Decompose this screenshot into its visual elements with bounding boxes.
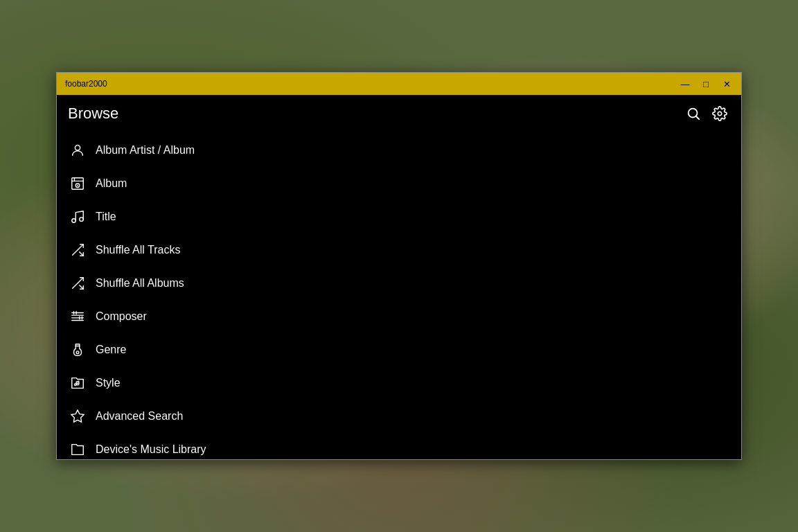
menu-item-style[interactable]: Style (57, 366, 741, 400)
maximize-button[interactable]: □ (697, 77, 715, 91)
menu-label-genre: Genre (96, 344, 126, 356)
menu-item-advanced-search[interactable]: Advanced Search (57, 400, 741, 433)
svg-point-2 (718, 112, 722, 116)
browse-header: Browse (57, 95, 741, 131)
menu-item-shuffle-tracks[interactable]: Shuffle All Tracks (57, 233, 741, 267)
svg-point-10 (80, 218, 84, 222)
menu-item-shuffle-albums[interactable]: Shuffle All Albums (57, 267, 741, 300)
svg-marker-27 (71, 410, 84, 422)
menu-item-title[interactable]: Title (57, 200, 741, 233)
folder-icon (68, 440, 87, 459)
menu-label-composer: Composer (96, 310, 147, 323)
menu-label-advanced-search: Advanced Search (96, 410, 183, 423)
composer-icon (68, 307, 87, 326)
svg-point-9 (72, 219, 76, 223)
browse-title: Browse (68, 105, 118, 123)
app-window: foobar2000 — □ ✕ Browse (56, 72, 742, 460)
menu-item-album[interactable]: Album (57, 167, 741, 200)
menu-label-shuffle-tracks: Shuffle All Tracks (96, 244, 180, 256)
search-button[interactable] (683, 103, 704, 124)
menu-item-composer[interactable]: Composer (57, 300, 741, 333)
main-content: Browse (57, 95, 741, 459)
title-bar: foobar2000 — □ ✕ (57, 73, 741, 95)
header-actions (683, 103, 730, 124)
menu-label-album-artist: Album Artist / Album (96, 144, 195, 157)
close-button[interactable]: ✕ (718, 77, 736, 91)
guitar-icon (68, 340, 87, 360)
minimize-button[interactable]: — (676, 77, 694, 91)
shuffle-albums-icon (68, 274, 87, 293)
person-icon (68, 141, 87, 160)
shuffle-tracks-icon (68, 240, 87, 260)
menu-label-device-library: Device's Music Library (96, 443, 206, 456)
app-title: foobar2000 (65, 79, 107, 89)
svg-point-8 (77, 185, 78, 186)
svg-line-12 (80, 252, 84, 256)
svg-point-25 (74, 384, 76, 386)
svg-point-0 (689, 109, 698, 118)
svg-point-26 (77, 383, 79, 385)
svg-point-3 (75, 145, 80, 150)
folder-music-icon (68, 373, 87, 393)
menu-item-device-library[interactable]: Device's Music Library (57, 433, 741, 459)
menu-label-shuffle-albums: Shuffle All Albums (96, 277, 184, 290)
menu-item-album-artist[interactable]: Album Artist / Album (57, 134, 741, 167)
menu-item-genre[interactable]: Genre (57, 333, 741, 366)
window-controls: — □ ✕ (676, 77, 736, 91)
svg-line-1 (696, 116, 699, 119)
svg-point-24 (76, 351, 79, 354)
browse-menu-list: Album Artist / Album Album (57, 131, 741, 459)
album-icon (68, 174, 87, 193)
menu-label-title: Title (96, 211, 116, 223)
menu-label-style: Style (96, 377, 121, 389)
svg-line-14 (80, 285, 84, 290)
music-note-icon (68, 207, 87, 227)
settings-button[interactable] (709, 103, 730, 124)
star-icon (68, 407, 87, 426)
menu-label-album: Album (96, 177, 127, 190)
